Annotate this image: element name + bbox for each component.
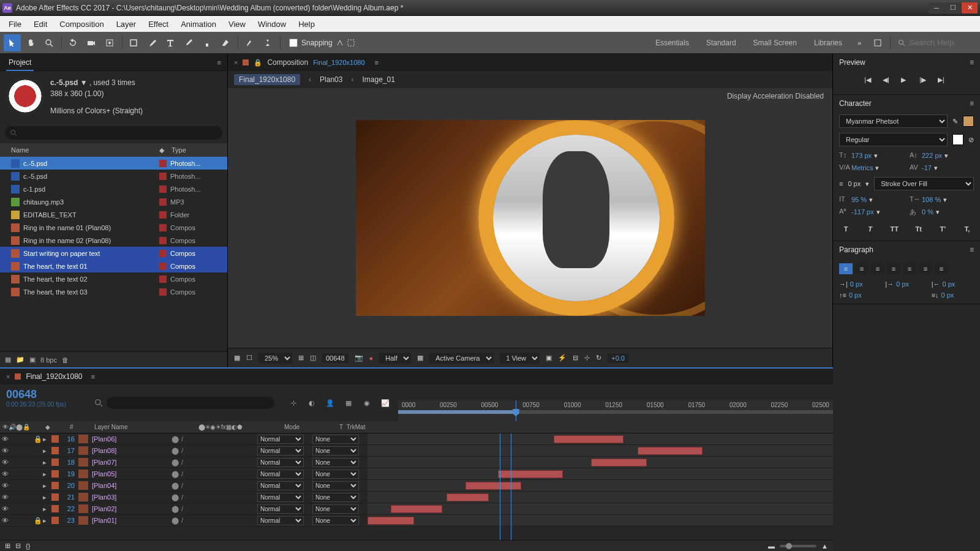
project-row[interactable]: c.-5.psdPhotosh... xyxy=(0,170,227,182)
frame-blend-icon[interactable]: ▦ xyxy=(342,396,355,410)
layer-track[interactable] xyxy=(368,468,833,479)
channel-icon[interactable]: ● xyxy=(369,354,374,362)
res-icon[interactable]: ⊞ xyxy=(298,354,304,362)
space-after-value[interactable]: 0 px xyxy=(941,291,954,299)
timeline-layer-row[interactable]: 👁 ▸ 21 [Plan03] ⬤/ Normal None xyxy=(0,492,833,503)
switches-col-icon[interactable]: ⬤✳◉☀fx▦◐⬟ xyxy=(198,424,243,430)
faux-bold-button[interactable]: T xyxy=(839,223,853,234)
layer-clip[interactable] xyxy=(638,447,703,455)
roi-icon[interactable]: ◫ xyxy=(310,354,316,362)
layer-switches[interactable]: ⬤/ xyxy=(172,470,257,478)
label-color[interactable] xyxy=(159,186,167,193)
visibility-toggle[interactable]: 👁 xyxy=(0,482,10,489)
trkmat-col[interactable]: TrkMat xyxy=(347,424,366,430)
pan-behind-tool[interactable] xyxy=(101,34,118,51)
playhead-line[interactable] xyxy=(500,433,500,540)
layer-name[interactable]: [Plan01] xyxy=(92,517,172,524)
allcaps-button[interactable]: TT xyxy=(888,223,901,234)
menu-effect[interactable]: Effect xyxy=(142,17,175,31)
align-right-button[interactable]: ≡ xyxy=(871,263,884,274)
draft3d-icon[interactable]: ◐ xyxy=(305,396,318,410)
visibility-toggle[interactable]: 👁 xyxy=(0,517,10,524)
label-color[interactable] xyxy=(159,198,167,206)
baseline-value[interactable]: -117 px xyxy=(851,208,874,216)
project-row[interactable]: c.-5.psdPhotosh... xyxy=(0,157,227,170)
menu-edit[interactable]: Edit xyxy=(28,17,53,31)
next-frame-button[interactable]: |▶ xyxy=(919,76,930,87)
superscript-button[interactable]: T' xyxy=(936,223,949,234)
menu-window[interactable]: Window xyxy=(252,17,292,31)
layer-switches[interactable]: ⬤/ xyxy=(172,447,257,455)
lock-toggle[interactable]: 🔒 xyxy=(33,517,43,525)
twirl-icon[interactable]: ▸ xyxy=(43,482,51,490)
new-folder-icon[interactable]: 📁 xyxy=(16,356,24,364)
project-row[interactable]: c-1.psdPhotosh... xyxy=(0,182,227,195)
mode-col[interactable]: Mode xyxy=(282,421,337,433)
project-row[interactable]: Ring in the name 01 (Plan08)Compos xyxy=(0,221,227,234)
justify-all-button[interactable]: ≡ xyxy=(935,263,948,274)
trkmat-select[interactable]: None xyxy=(312,458,359,467)
shy-icon[interactable]: 👤 xyxy=(323,396,337,410)
toggle-modes-icon[interactable]: ⊟ xyxy=(15,542,21,550)
project-row[interactable]: EDITABLE_TEXTFolder xyxy=(0,208,227,221)
help-search-input[interactable] xyxy=(909,38,976,47)
label-color[interactable] xyxy=(159,288,167,296)
timeline-timecode[interactable]: 00648 0:00:26:23 (25.00 fps) xyxy=(0,384,91,421)
visibility-toggle[interactable]: 👁 xyxy=(0,505,10,512)
pixel-aspect-icon[interactable]: ▣ xyxy=(546,354,552,362)
playhead[interactable] xyxy=(516,400,516,421)
blend-mode-select[interactable]: Normal xyxy=(257,470,304,479)
layer-track[interactable] xyxy=(368,433,833,444)
layer-label-color[interactable] xyxy=(51,447,59,454)
space-before-value[interactable]: 0 px xyxy=(849,291,862,299)
label-color[interactable] xyxy=(159,263,167,270)
crumb-2[interactable]: Image_01 xyxy=(362,75,394,84)
layer-switches[interactable]: ⬤/ xyxy=(172,505,257,513)
tsume-value[interactable]: 0 % xyxy=(922,208,933,216)
twirl-icon[interactable]: ▸ xyxy=(43,447,51,455)
blend-mode-select[interactable]: Normal xyxy=(257,458,304,467)
minimize-button[interactable]: ─ xyxy=(929,2,944,13)
trkmat-select[interactable]: None xyxy=(312,504,359,514)
comp-close-icon[interactable]: × xyxy=(234,59,238,66)
menu-help[interactable]: Help xyxy=(292,17,321,31)
label-color[interactable] xyxy=(159,224,167,231)
bpc-toggle[interactable]: 8 bpc xyxy=(40,356,57,364)
comp-panel-menu-icon[interactable]: ≡ xyxy=(375,59,379,66)
clone-tool[interactable] xyxy=(198,34,216,51)
blend-mode-select[interactable]: Normal xyxy=(257,516,304,525)
project-row[interactable]: The heart, the text 01Compos xyxy=(0,260,227,272)
motion-blur-icon[interactable]: ◉ xyxy=(360,396,374,410)
help-search[interactable] xyxy=(898,38,976,47)
layer-track[interactable] xyxy=(368,515,833,526)
toggle-in-out-icon[interactable]: {} xyxy=(26,542,30,550)
dropdown-icon[interactable]: ▾ xyxy=(875,164,879,172)
snapping-checkbox[interactable] xyxy=(289,39,298,47)
dropdown-icon[interactable]: ▾ xyxy=(944,152,948,160)
twirl-icon[interactable]: ▸ xyxy=(43,505,51,513)
project-search[interactable] xyxy=(5,126,222,140)
comp-viewer[interactable]: Display Acceleration Disabled xyxy=(228,88,832,348)
label-color[interactable] xyxy=(159,250,167,257)
play-button[interactable]: ▶ xyxy=(901,76,912,87)
project-row[interactable]: Ring in the name 02 (Plan08)Compos xyxy=(0,234,227,247)
hand-tool[interactable] xyxy=(22,34,39,51)
project-row[interactable]: The heart, the text 02Compos xyxy=(0,272,227,285)
prev-frame-button[interactable]: ◀| xyxy=(883,76,894,87)
dropdown-icon[interactable]: ▾ xyxy=(943,196,947,204)
col-name[interactable]: Name xyxy=(0,146,159,154)
visibility-toggle[interactable]: 👁 xyxy=(0,435,10,443)
pen-tool[interactable] xyxy=(143,34,160,51)
timeline-layers[interactable]: 👁 🔒 ▸ 16 [Plan06] ⬤/ Normal None 👁 ▸ 17 … xyxy=(0,433,833,540)
timeline-comp-name[interactable]: Final_1920x1080 xyxy=(26,372,82,381)
blend-mode-select[interactable]: Normal xyxy=(257,435,304,444)
shape-tool[interactable] xyxy=(125,34,142,51)
project-row[interactable]: Start writing on paper textCompos xyxy=(0,247,227,260)
justify-right-button[interactable]: ≡ xyxy=(919,263,932,274)
tracking-value[interactable]: -17 xyxy=(922,164,932,171)
layer-name[interactable]: [Plan02] xyxy=(92,505,172,512)
crumb-0[interactable]: Final_1920x1080 xyxy=(234,74,300,85)
twirl-icon[interactable]: ▸ xyxy=(43,470,51,478)
trkmat-select[interactable]: None xyxy=(312,493,359,502)
flowchart-icon[interactable]: ⊹ xyxy=(584,354,590,362)
